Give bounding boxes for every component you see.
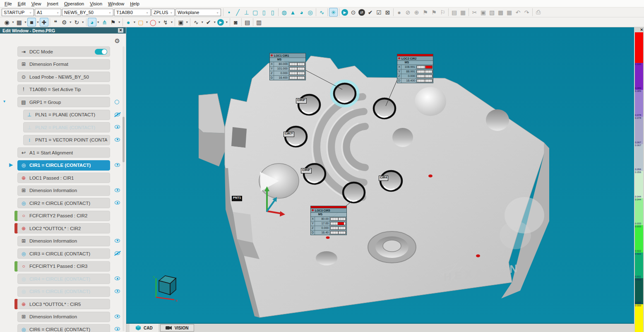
auto-feature-icon[interactable]: ✳ <box>329 8 338 17</box>
view-orientation-icon[interactable]: ◉ <box>2 18 11 26</box>
eye-icon[interactable] <box>114 327 121 332</box>
close-icon[interactable]: ✕ <box>118 28 123 33</box>
annotations-icon[interactable]: ❝ <box>51 18 60 26</box>
cone-feature-icon[interactable]: ▲ <box>288 8 297 17</box>
sphere-tool-icon[interactable]: ● <box>395 8 404 17</box>
command-item[interactable]: ↕PNT1 = VECTOR POINT (CONTAC <box>23 135 110 145</box>
clear-all-marked-icon[interactable]: ⊠ <box>383 8 392 17</box>
rotate-view-icon[interactable]: ↻ <box>72 18 81 26</box>
undo-icon[interactable]: ↶ <box>514 8 522 17</box>
analysis-window-icon[interactable]: ▥ <box>255 18 263 26</box>
command-item[interactable]: !T1A0B0 = Set Active Tip <box>17 84 110 95</box>
command-item[interactable]: ◎CIR5 = CIRCLE (CONTACT) <box>17 286 110 297</box>
eye-icon[interactable] <box>114 99 121 104</box>
copy-icon[interactable]: ▣ <box>479 8 488 17</box>
snapshot-camera-icon[interactable]: ◙ <box>231 18 240 26</box>
eye-icon[interactable] <box>114 289 121 294</box>
command-item[interactable]: ⊞Dimension Information <box>17 312 110 322</box>
cylinder-feature-icon[interactable]: ◍ <box>280 8 288 17</box>
dropdown-caret-icon[interactable]: ▼ <box>213 21 216 24</box>
command-item[interactable]: ◎CIR1 = CIRCLE (CONTACT) <box>17 160 110 171</box>
execute-program-icon[interactable]: ▶ <box>341 9 348 16</box>
command-item[interactable]: ⊕LOC3 *OUTTOL* : CIR5 <box>17 299 110 309</box>
insert-move-point-icon[interactable]: ⊙ <box>349 8 358 17</box>
probe-dropdown[interactable]: NEW5_BY_50⌄ <box>62 9 113 16</box>
pre-check-icon[interactable]: ✔ <box>204 18 213 26</box>
cad-part[interactable]: HEXAGON <box>199 56 549 318</box>
sphere-goto-icon[interactable]: ⊕ <box>412 8 421 17</box>
dropdown-caret-icon[interactable]: ▼ <box>225 21 228 24</box>
pan-zoom-icon[interactable]: ✚ <box>40 18 48 26</box>
dcc-mode-toggle[interactable] <box>95 49 107 55</box>
eye-icon[interactable] <box>114 188 121 193</box>
command-item[interactable]: ⊞Dimension Format <box>17 59 110 70</box>
dropdown-caret-icon[interactable]: ▼ <box>69 21 72 24</box>
dropdown-caret-icon[interactable]: ▼ <box>133 21 136 24</box>
eye-icon[interactable] <box>114 163 121 168</box>
report-preview-icon[interactable]: ▤ <box>243 18 252 26</box>
dropdown-caret-icon[interactable]: ▼ <box>36 21 39 24</box>
eye-icon[interactable] <box>114 314 121 319</box>
paste-icon[interactable]: ▧ <box>488 8 496 17</box>
menu-vision[interactable]: Vision <box>87 1 105 6</box>
workplane-dropdown[interactable]: Workplane⌄ <box>175 9 221 16</box>
menu-file[interactable]: File <box>2 1 15 6</box>
wireframe-view-icon[interactable]: ▦ <box>15 18 24 26</box>
dropdown-caret-icon[interactable]: ▼ <box>146 21 149 24</box>
command-item[interactable]: ○FCFCIRTY1 Passed : CIR3 <box>17 261 110 272</box>
menu-view[interactable]: View <box>29 1 44 6</box>
cut-icon[interactable]: ✂ <box>470 8 479 17</box>
feature-circle-cir2[interactable] <box>374 99 395 118</box>
command-item[interactable]: ◎CIR6 = CIRCLE (CONTACT) <box>17 324 110 332</box>
redo-icon[interactable]: ↷ <box>522 8 531 17</box>
scrollbar-thumb[interactable] <box>123 117 125 162</box>
dropdown-caret-icon[interactable]: ▼ <box>158 21 161 24</box>
curve-feature-icon[interactable]: ∿ <box>317 8 326 17</box>
paste-with-pattern-icon[interactable]: ▩ <box>496 8 505 17</box>
report-window-icon[interactable]: ▤ <box>450 8 459 17</box>
eye-slash-icon[interactable] <box>114 112 121 117</box>
probe-toggle-icon[interactable]: ⋔ <box>100 18 109 26</box>
surface-mode-icon[interactable]: ● <box>124 18 133 26</box>
bookmark-icon[interactable]: ⚑ <box>421 8 430 17</box>
workplane-axis-dropdown[interactable]: ZPLUS⌄ <box>151 9 175 16</box>
report-template-icon[interactable]: ▦ <box>459 8 467 17</box>
command-item[interactable]: ◎CIR2 = CIRCLE (CONTACT) <box>17 198 110 208</box>
probe-mode-icon[interactable]: ◕ <box>88 18 96 26</box>
copy-view-icon[interactable]: ▣ <box>176 18 185 26</box>
eye-icon[interactable] <box>114 238 121 243</box>
command-item[interactable]: ▤GRP1 = Group <box>17 97 110 107</box>
dropdown-caret-icon[interactable]: ▼ <box>118 21 121 24</box>
dropdown-caret-icon[interactable]: ▼ <box>185 21 188 24</box>
dropdown-caret-icon[interactable]: ▼ <box>24 21 27 24</box>
dropdown-caret-icon[interactable]: ▼ <box>201 21 204 24</box>
round-slot-feature-icon[interactable]: ▯ <box>260 8 268 17</box>
dropdown-caret-icon[interactable]: ▼ <box>82 21 84 24</box>
plane-feature-icon[interactable]: ⊥ <box>242 8 251 17</box>
command-item[interactable]: ⊞Dimension Information <box>17 236 110 246</box>
command-item[interactable]: ○FCFCIRTY2 Passed : CIR2 <box>17 211 110 221</box>
tip-dropdown[interactable]: T1A0B0⌄ <box>114 9 151 16</box>
command-item[interactable]: ↩A1 = Start Alignment <box>17 147 110 158</box>
feature-circle-cir4[interactable] <box>380 171 402 191</box>
measurement-strategy-icon[interactable]: ∿ <box>192 18 200 26</box>
sidebar-scrollbar[interactable] <box>123 46 125 331</box>
quick-fixture-icon[interactable]: ⚑ <box>109 18 118 26</box>
loop-mode-icon[interactable]: ⇄ <box>358 9 365 16</box>
sphere-feature-icon[interactable]: ◕ <box>297 8 306 17</box>
settings-gears-icon[interactable]: ⚙ <box>60 18 69 26</box>
tab-cad[interactable]: CAD <box>130 324 159 332</box>
square-slot-feature-icon[interactable]: ▯ <box>268 8 277 17</box>
mark-all-icon[interactable]: ✔ <box>366 8 375 17</box>
eye-slash-icon[interactable] <box>114 251 121 256</box>
menu-help[interactable]: Help <box>127 1 142 6</box>
box-gage-icon[interactable]: ▢ <box>137 18 145 26</box>
eye-icon[interactable] <box>114 200 121 205</box>
circle-gage-icon[interactable]: ◯ <box>149 18 157 26</box>
feature-circle-cir6[interactable] <box>304 164 325 184</box>
close-icon[interactable]: ✕ <box>640 28 643 32</box>
menu-window[interactable]: Window <box>105 1 127 6</box>
dropdown-caret-icon[interactable]: ▼ <box>97 21 100 24</box>
line-feature-icon[interactable]: ╱ <box>233 8 242 17</box>
quick-align-icon[interactable]: ↯ <box>161 18 170 26</box>
